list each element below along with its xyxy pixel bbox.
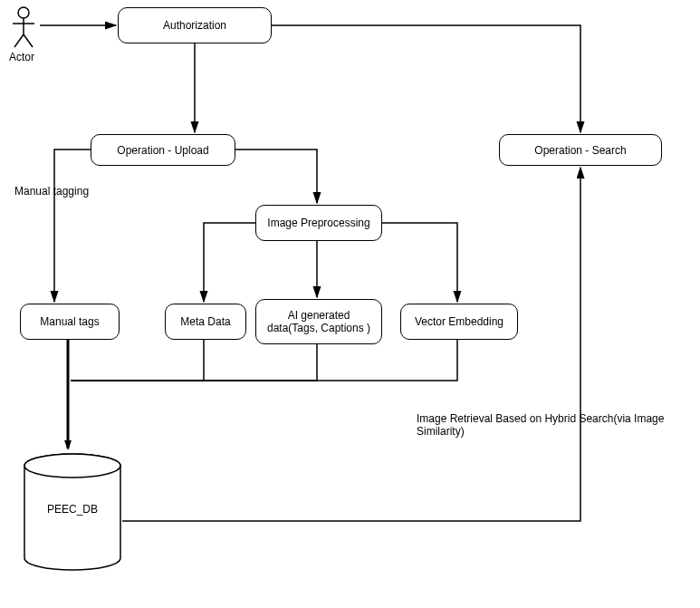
node-operation-search: Operation - Search xyxy=(499,134,662,166)
node-authorization: Authorization xyxy=(118,7,272,43)
svg-line-3 xyxy=(14,34,24,47)
edge-label-hybrid-search: Image Retrieval Based on Hybrid Search(v… xyxy=(417,412,697,438)
svg-point-0 xyxy=(18,7,29,18)
node-meta-data-label: Meta Data xyxy=(180,315,230,328)
node-manual-tags-label: Manual tags xyxy=(40,315,99,328)
svg-point-6 xyxy=(24,454,120,478)
node-meta-data: Meta Data xyxy=(165,304,246,340)
node-image-preprocessing-label: Image Preprocessing xyxy=(267,217,369,229)
actor-label: Actor xyxy=(9,51,34,63)
node-authorization-label: Authorization xyxy=(163,19,226,32)
node-ai-generated-label: AI generated data(Tags, Captions ) xyxy=(262,309,376,334)
node-db-label: PEEC_DB xyxy=(47,503,98,516)
node-operation-upload-label: Operation - Upload xyxy=(117,144,208,157)
svg-line-4 xyxy=(24,34,33,47)
node-manual-tags: Manual tags xyxy=(20,304,120,340)
node-vector-embedding-label: Vector Embedding xyxy=(415,315,503,328)
edge-label-manual-tagging: Manual tagging xyxy=(14,185,89,198)
actor xyxy=(7,5,40,53)
node-vector-embedding: Vector Embedding xyxy=(400,304,518,340)
node-operation-search-label: Operation - Search xyxy=(534,144,626,157)
node-image-preprocessing: Image Preprocessing xyxy=(255,205,382,241)
node-db: PEEC_DB xyxy=(23,453,122,571)
node-operation-upload: Operation - Upload xyxy=(91,134,235,166)
node-ai-generated: AI generated data(Tags, Captions ) xyxy=(255,299,382,344)
